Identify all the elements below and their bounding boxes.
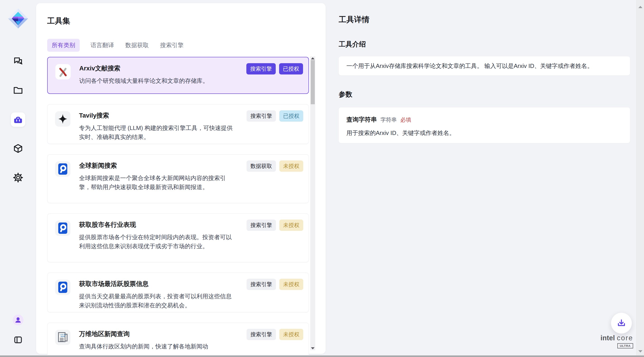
category-badge: 搜索引擎: [246, 329, 276, 340]
intel-core-logo: intel core ULTRA: [592, 334, 633, 349]
page-scroll-down-icon[interactable]: [638, 350, 642, 353]
tool-name: 获取市场最活跃股票信息: [79, 280, 235, 288]
sidebar: [0, 0, 36, 357]
download-button[interactable]: [611, 313, 632, 334]
toolset-panel: 工具集 所有类别 语言翻译 数据获取 搜索引擎 Arxiv文献搜索 访问: [36, 3, 326, 354]
param-description: 用于搜索的Arxiv ID、关键字或作者姓名。: [346, 129, 622, 137]
category-badge: 搜索引擎: [246, 110, 276, 122]
tool-description: 访问各个研究领域大量科学论文和文章的存储库。: [79, 76, 208, 85]
tool-name: 获取股市各行业表现: [79, 221, 235, 229]
page-scrollbar[interactable]: [636, 0, 644, 357]
local-news-icon: LOCAL NEW: [55, 330, 70, 345]
person-icon: [14, 316, 22, 325]
toolset-title: 工具集: [47, 16, 70, 26]
intel-wordmark: intel: [600, 334, 615, 342]
category-badge: 搜索引擎: [246, 220, 276, 231]
tool-description: 提供当天交易量最高的股票列表，投资者可以利用这些信息来识别流动性强的股票和潜在的…: [79, 292, 235, 310]
blue-search-app-icon: [55, 280, 70, 295]
tool-description: 查询具体行政区划内的新闻，快速了解各地新闻动: [79, 342, 208, 351]
intro-heading: 工具介绍: [339, 40, 366, 49]
blue-search-app-icon: [55, 221, 70, 236]
tab-translation[interactable]: 语言翻译: [90, 39, 114, 52]
sidebar-item-settings[interactable]: [11, 170, 25, 185]
scroll-down-arrow-icon[interactable]: [311, 347, 314, 349]
sidebar-item-models[interactable]: [11, 141, 25, 156]
core-wordmark: core: [617, 334, 633, 342]
toolbox-icon: [13, 114, 23, 125]
scrollbar-thumb[interactable]: [311, 60, 315, 104]
status-badge: 已授权: [279, 110, 303, 122]
arxiv-logo-icon: [55, 64, 71, 79]
tool-card-sector-performance[interactable]: 获取股市各行业表现 提供股票市场各个行业在特定时间段内的表现。投资者可以利用这些…: [47, 214, 309, 262]
category-badge: 数据获取: [246, 160, 276, 172]
app-screen: 工具集 所有类别 语言翻译 数据获取 搜索引擎 Arxiv文献搜索 访问: [0, 0, 644, 357]
page-scroll-up-icon[interactable]: [638, 6, 642, 8]
category-badge: 搜索引擎: [246, 63, 276, 74]
tool-list-scrollbar[interactable]: [310, 56, 315, 350]
sparkle-star-icon: [55, 111, 70, 127]
params-card: 查询字符串 字符串 必填 用于搜索的Arxiv ID、关键字或作者姓名。: [339, 107, 630, 143]
tool-list: Arxiv文献搜索 访问各个研究领域大量科学论文和文章的存储库。 搜索引擎 已授…: [47, 57, 309, 355]
status-badge: 未授权: [279, 220, 303, 231]
status-badge: 未授权: [279, 329, 303, 340]
param-name: 查询字符串: [346, 115, 377, 124]
cube-icon: [13, 143, 23, 154]
tab-search-engine[interactable]: 搜索引擎: [160, 39, 184, 52]
details-title: 工具详情: [339, 14, 370, 25]
sidebar-item-files[interactable]: [11, 83, 25, 97]
tool-description: 专为人工智能代理 (LLM) 构建的搜索引擎工具，可快速提供实时、准确和真实的结…: [79, 123, 235, 141]
tab-data-fetch[interactable]: 数据获取: [125, 39, 149, 52]
tool-name: 万维地区新闻查询: [79, 330, 208, 338]
sidebar-item-chat[interactable]: [11, 54, 25, 68]
chat-icon: [13, 56, 23, 66]
tool-card-tavily[interactable]: Tavily搜索 专为人工智能代理 (LLM) 构建的搜索引擎工具，可快速提供实…: [47, 104, 309, 144]
tool-name: Tavily搜索: [79, 111, 235, 120]
status-badge: 已授权: [279, 63, 303, 74]
tool-card-global-news[interactable]: 全球新闻搜索 全球新闻搜索是一个聚合全球各大新闻网站内容的搜索引擎，帮助用户快速…: [47, 154, 309, 203]
tool-name: 全球新闻搜索: [79, 161, 235, 170]
tool-name: Arxiv文献搜索: [79, 64, 208, 73]
intro-text: 一个用于从Arxiv存储库搜索科学论文和文章的工具。 输入可以是Arxiv ID…: [346, 62, 593, 70]
param-type: 字符串: [380, 116, 397, 123]
window-bottom-edge: [0, 356, 644, 357]
svg-text:NEW: NEW: [60, 335, 65, 337]
blue-search-app-icon: [55, 161, 70, 177]
download-icon: [616, 318, 626, 328]
folder-icon: [13, 85, 23, 95]
tool-card-regional-news[interactable]: LOCAL NEW 万维地区新闻查询 查询具体行政区划内的新闻，快速了解各地新闻…: [47, 323, 309, 355]
scroll-up-arrow-icon[interactable]: [311, 57, 314, 59]
tool-card-most-active-stocks[interactable]: 获取市场最活跃股票信息 提供当天交易量最高的股票列表，投资者可以利用这些信息来识…: [47, 273, 309, 312]
ultra-label: ULTRA: [617, 343, 633, 349]
tool-description: 全球新闻搜索是一个聚合全球各大新闻网站内容的搜索引擎，帮助用户快速获取全球最新资…: [79, 174, 235, 192]
tab-all-categories[interactable]: 所有类别: [47, 39, 80, 52]
status-badge: 未授权: [279, 279, 303, 290]
params-heading: 参数: [339, 90, 352, 99]
param-required-badge: 必填: [400, 116, 411, 123]
app-logo-icon: [8, 8, 28, 29]
tool-description: 提供股票市场各个行业在特定时间段内的表现。投资者可以利用这些信息来识别表现优于或…: [79, 233, 235, 251]
category-badge: 搜索引擎: [246, 279, 276, 290]
category-tabs: 所有类别 语言翻译 数据获取 搜索引擎: [47, 39, 184, 52]
tool-card-arxiv[interactable]: Arxiv文献搜索 访问各个研究领域大量科学论文和文章的存储库。 搜索引擎 已授…: [47, 57, 309, 94]
panel-toggle-icon: [13, 335, 23, 345]
user-avatar[interactable]: [13, 315, 24, 326]
sidebar-item-tools[interactable]: [11, 112, 25, 127]
status-badge: 未授权: [279, 160, 303, 172]
sidebar-collapse-button[interactable]: [11, 334, 25, 346]
gear-icon: [13, 172, 23, 183]
intro-card: 一个用于从Arxiv存储库搜索科学论文和文章的工具。 输入可以是Arxiv ID…: [339, 56, 630, 75]
